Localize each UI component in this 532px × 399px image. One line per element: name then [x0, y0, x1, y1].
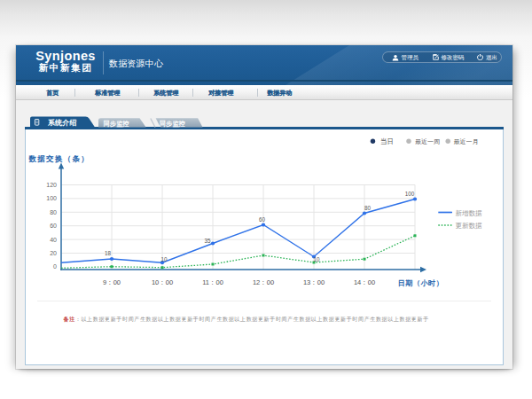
- svg-text:13：00: 13：00: [303, 278, 325, 286]
- svg-text:100: 100: [405, 191, 415, 197]
- svg-text:0: 0: [53, 263, 57, 270]
- svg-text:60: 60: [50, 223, 57, 229]
- svg-text:9：00: 9：00: [103, 278, 121, 286]
- svg-text:10: 10: [313, 256, 320, 262]
- svg-text:14：00: 14：00: [354, 278, 375, 286]
- svg-text:同步监控: 同步监控: [104, 120, 130, 128]
- svg-text:100: 100: [46, 195, 57, 201]
- svg-text:60: 60: [259, 216, 266, 223]
- svg-text:更新数据: 更新数据: [456, 222, 483, 230]
- svg-text:最近一周: 最近一周: [415, 138, 440, 145]
- svg-text:11：00: 11：00: [202, 278, 223, 286]
- svg-text:10: 10: [160, 256, 168, 262]
- svg-text:10：00: 10：00: [152, 278, 173, 286]
- svg-text:120: 120: [46, 182, 57, 188]
- svg-text:日期（小时）: 日期（小时）: [398, 279, 444, 287]
- svg-text:系统介绍: 系统介绍: [47, 118, 76, 127]
- svg-text:18: 18: [105, 250, 112, 256]
- svg-text:数据交换（条）: 数据交换（条）: [28, 154, 90, 163]
- svg-text:新增数据: 新增数据: [456, 209, 483, 217]
- svg-text:80: 80: [364, 205, 372, 211]
- svg-text:同步监控: 同步监控: [160, 120, 186, 128]
- svg-text:20: 20: [50, 250, 57, 256]
- svg-text:当日: 当日: [380, 137, 394, 145]
- svg-text:80: 80: [50, 209, 57, 215]
- svg-text:12：00: 12：00: [253, 278, 274, 286]
- svg-text:40: 40: [50, 237, 57, 243]
- svg-text:35: 35: [204, 238, 211, 244]
- svg-text:最近一月: 最近一月: [454, 138, 479, 145]
